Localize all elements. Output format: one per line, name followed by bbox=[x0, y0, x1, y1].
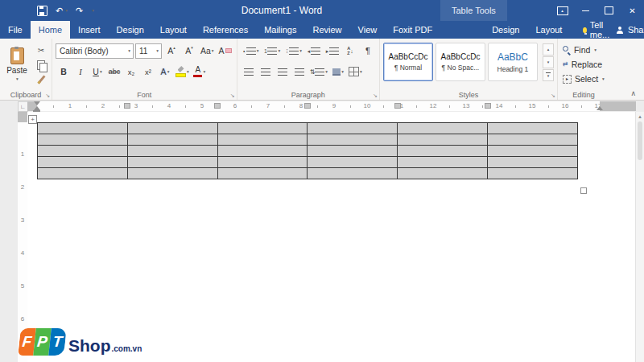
table-cell[interactable] bbox=[488, 134, 578, 146]
align-center-button[interactable] bbox=[258, 64, 274, 80]
tab-layout[interactable]: Layout bbox=[152, 21, 195, 39]
tab-review[interactable]: Review bbox=[305, 21, 350, 39]
minimize-button[interactable] bbox=[574, 0, 597, 21]
table-cell[interactable] bbox=[308, 157, 398, 168]
shading-button[interactable]: ▾ bbox=[330, 64, 346, 80]
copy-button[interactable] bbox=[34, 59, 48, 71]
table-cell[interactable] bbox=[217, 157, 308, 168]
text-effects-button[interactable]: A▾ bbox=[157, 64, 173, 80]
style-card-heading-1[interactable]: AaBbCHeading 1 bbox=[488, 43, 538, 81]
tell-me-button[interactable]: Tell me... bbox=[578, 21, 616, 39]
table-resize-handle[interactable] bbox=[580, 187, 587, 194]
table-cell[interactable] bbox=[38, 134, 128, 146]
ribbon-display-options-button[interactable]: ▴ bbox=[551, 0, 574, 21]
scroll-up-arrow[interactable]: ▴ bbox=[638, 113, 642, 119]
show-hide-formatting-button[interactable]: ¶ bbox=[360, 43, 376, 59]
table-cell[interactable] bbox=[217, 168, 308, 179]
table-column-marker[interactable] bbox=[304, 103, 311, 109]
share-button[interactable]: Share bbox=[617, 21, 644, 39]
table-cell[interactable] bbox=[217, 146, 308, 157]
table-column-marker[interactable] bbox=[214, 103, 221, 109]
table-cell[interactable] bbox=[127, 146, 217, 157]
superscript-button[interactable]: x² bbox=[140, 64, 156, 80]
select-button[interactable]: ▸Select▾ bbox=[561, 72, 606, 85]
tab-layout-contextual[interactable]: Layout bbox=[527, 21, 570, 39]
redo-button[interactable]: ↷ bbox=[76, 6, 83, 16]
table-cell[interactable] bbox=[308, 123, 398, 134]
style-card--normal[interactable]: AaBbCcDc¶ Normal bbox=[383, 43, 433, 81]
table-cell[interactable] bbox=[308, 134, 398, 146]
bold-button[interactable]: B bbox=[56, 64, 72, 80]
customize-qat-button[interactable]: ▾ bbox=[91, 8, 94, 13]
vertical-scrollbar[interactable]: ▴ bbox=[635, 112, 644, 362]
paste-button[interactable]: Paste▾ bbox=[3, 41, 31, 88]
table-cell[interactable] bbox=[38, 168, 128, 179]
change-case-button[interactable]: Aa▾ bbox=[199, 43, 216, 59]
collapse-ribbon-button[interactable]: ∧ bbox=[630, 89, 636, 97]
table-cell[interactable] bbox=[127, 157, 217, 168]
undo-button[interactable]: ↶▾ bbox=[56, 6, 68, 16]
cut-button[interactable]: ✂ bbox=[34, 44, 48, 56]
clear-formatting-button[interactable]: A bbox=[217, 43, 233, 59]
shrink-font-button[interactable]: A▾ bbox=[181, 43, 197, 59]
table-cell[interactable] bbox=[488, 168, 578, 179]
table-column-marker[interactable] bbox=[124, 103, 130, 109]
justify-button[interactable] bbox=[291, 64, 308, 80]
close-button[interactable]: ✕ bbox=[621, 0, 644, 21]
font-size-select[interactable]: 11▾ bbox=[135, 43, 162, 59]
find-button[interactable]: Find▾ bbox=[561, 43, 606, 56]
table-cell[interactable] bbox=[127, 134, 217, 146]
highlight-color-button[interactable]: ▾ bbox=[174, 64, 191, 80]
table-cell[interactable] bbox=[217, 134, 308, 146]
tab-view[interactable]: View bbox=[350, 21, 386, 39]
line-spacing-button[interactable]: ⇅▾ bbox=[308, 64, 329, 80]
maximize-button[interactable] bbox=[597, 0, 621, 21]
strikethrough-button[interactable]: abc bbox=[106, 64, 122, 80]
styles-scroll-up-button[interactable]: ▴ bbox=[543, 43, 554, 56]
font-dialog-launcher[interactable]: ↘ bbox=[230, 93, 235, 98]
table-cell[interactable] bbox=[308, 146, 398, 157]
bullets-button[interactable]: •▾ bbox=[241, 43, 261, 59]
align-right-button[interactable] bbox=[275, 64, 291, 80]
table-cell[interactable] bbox=[398, 168, 488, 179]
styles-dialog-launcher[interactable]: ↘ bbox=[551, 93, 555, 98]
scrollbar-thumb[interactable] bbox=[638, 121, 642, 160]
sort-button[interactable]: AZ↓ bbox=[342, 43, 358, 59]
document-page[interactable]: + bbox=[27, 112, 636, 362]
styles-scroll-down-button[interactable]: ▾ bbox=[543, 56, 554, 68]
increase-indent-button[interactable]: ▸ bbox=[324, 43, 341, 59]
italic-button[interactable]: I bbox=[72, 64, 89, 80]
save-button[interactable] bbox=[37, 6, 47, 16]
table-cell[interactable] bbox=[488, 146, 578, 157]
paragraph-dialog-launcher[interactable]: ↘ bbox=[373, 93, 378, 98]
subscript-button[interactable]: x₂ bbox=[123, 64, 139, 80]
format-painter-button[interactable] bbox=[34, 73, 48, 85]
right-indent-marker[interactable] bbox=[597, 106, 603, 110]
table-cell[interactable] bbox=[398, 134, 488, 146]
replace-button[interactable]: ⇄Replace bbox=[561, 58, 606, 71]
clipboard-dialog-launcher[interactable]: ↘ bbox=[45, 93, 50, 98]
table-column-marker[interactable] bbox=[485, 103, 491, 109]
table-column-marker[interactable] bbox=[394, 103, 401, 109]
styles-more-button[interactable]: ▾ bbox=[543, 69, 554, 81]
tab-home[interactable]: Home bbox=[31, 21, 70, 39]
undo-dropdown-icon[interactable]: ▾ bbox=[65, 8, 68, 13]
table-cell[interactable] bbox=[398, 157, 488, 168]
tab-design[interactable]: Design bbox=[109, 21, 152, 39]
tab-design-contextual[interactable]: Design bbox=[484, 21, 527, 39]
tab-insert[interactable]: Insert bbox=[70, 21, 109, 39]
table-cell[interactable] bbox=[398, 146, 488, 157]
underline-button[interactable]: U▾ bbox=[89, 64, 105, 80]
table-cell[interactable] bbox=[217, 123, 308, 134]
tab-references[interactable]: References bbox=[195, 21, 256, 39]
table-cell[interactable] bbox=[127, 168, 217, 179]
numbering-button[interactable]: 1▾ bbox=[262, 43, 282, 59]
table-cell[interactable] bbox=[308, 168, 398, 179]
align-left-button[interactable] bbox=[241, 64, 257, 80]
table-cell[interactable] bbox=[38, 146, 128, 157]
table-cell[interactable] bbox=[38, 123, 128, 134]
tab-mailings[interactable]: Mailings bbox=[256, 21, 304, 39]
borders-button[interactable]: ▾ bbox=[347, 64, 364, 80]
table-cell[interactable] bbox=[398, 123, 488, 134]
table-cell[interactable] bbox=[38, 157, 128, 168]
